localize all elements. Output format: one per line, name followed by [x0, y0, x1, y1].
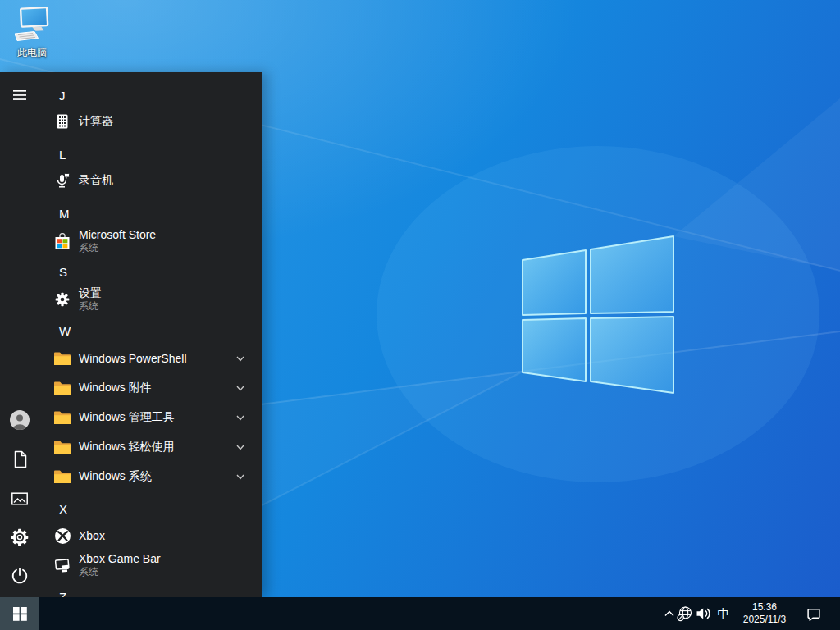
action-center-button[interactable] [804, 597, 824, 630]
tray-show-hidden-icons[interactable] [661, 597, 678, 630]
tray-volume-button[interactable] [694, 597, 712, 630]
start-item-windows-ease-of-access[interactable]: Windows 轻松使用 [39, 433, 262, 461]
chevron-down-icon[interactable] [235, 441, 246, 453]
power-icon [11, 567, 29, 585]
pictures-button[interactable] [0, 479, 39, 518]
documents-button[interactable] [0, 440, 39, 479]
start-menu-rail [0, 72, 39, 597]
chevron-down-icon[interactable] [235, 353, 246, 364]
xbox-game-bar-icon [52, 555, 72, 575]
desktop-icon-label: 此电脑 [7, 46, 57, 60]
hamburger-menu-button[interactable] [0, 75, 39, 115]
voice-recorder-icon [52, 171, 72, 190]
start-app-list: J 计算器 L [39, 72, 262, 597]
microsoft-store-icon [52, 231, 72, 251]
power-button[interactable] [0, 556, 39, 596]
start-menu: J 计算器 L [0, 72, 262, 597]
hamburger-icon [12, 89, 27, 101]
start-item-microsoft-store[interactable]: Microsoft Store 系统 [39, 222, 262, 260]
tray-clock[interactable]: 15:36 2025/11/3 [736, 597, 793, 630]
settings-button[interactable] [0, 518, 39, 557]
clock-time: 15:36 [752, 601, 777, 614]
this-pc-icon [12, 7, 52, 44]
clock-date: 2025/11/3 [743, 614, 787, 626]
start-section-z[interactable]: Z [39, 582, 262, 597]
start-section-w[interactable]: W [39, 317, 262, 345]
action-center-icon [806, 607, 821, 621]
folder-icon [52, 349, 72, 368]
user-account-button[interactable] [0, 400, 39, 440]
tray-network-button[interactable] [676, 597, 694, 630]
start-button[interactable] [0, 597, 39, 630]
folder-icon [52, 437, 72, 457]
documents-icon [11, 450, 29, 468]
user-avatar-icon [9, 409, 30, 431]
start-item-windows-powershell[interactable]: Windows PowerShell [39, 345, 262, 372]
network-globe-offline-icon [677, 606, 693, 622]
start-item-xbox[interactable]: Xbox [39, 522, 262, 550]
start-section-j[interactable]: J [39, 81, 262, 109]
speaker-icon [696, 607, 710, 620]
desktop-icon-this-pc[interactable]: 此电脑 [7, 7, 57, 60]
start-item-settings[interactable]: 设置 系统 [39, 281, 262, 318]
xbox-icon [52, 526, 72, 546]
start-item-windows-accessories[interactable]: Windows 附件 [39, 374, 262, 402]
start-item-windows-system[interactable]: Windows 系统 [39, 463, 262, 491]
chevron-up-icon [664, 608, 675, 619]
folder-icon [52, 378, 72, 398]
tray-ime-indicator[interactable]: 中 [714, 597, 733, 630]
start-section-l[interactable]: L [39, 140, 262, 168]
windows-logo-icon [13, 607, 27, 621]
start-item-windows-admin-tools[interactable]: Windows 管理工具 [39, 404, 262, 431]
chevron-down-icon[interactable] [235, 412, 246, 423]
screen: 此电脑 [0, 0, 840, 630]
start-section-x[interactable]: X [39, 495, 262, 523]
settings-gear-icon [52, 290, 72, 309]
start-item-calculator[interactable]: 计算器 [39, 107, 262, 135]
folder-icon [52, 467, 72, 486]
start-item-xbox-game-bar[interactable]: Xbox Game Bar 系统 [39, 546, 262, 584]
chevron-down-icon[interactable] [235, 382, 246, 394]
folder-icon [52, 408, 72, 427]
taskbar: 中 15:36 2025/11/3 [0, 597, 840, 630]
chevron-down-icon[interactable] [235, 471, 246, 482]
start-item-voice-recorder[interactable]: 录音机 [39, 167, 262, 194]
settings-gear-icon [11, 528, 29, 546]
calculator-icon [52, 112, 72, 131]
pictures-icon [11, 490, 29, 508]
